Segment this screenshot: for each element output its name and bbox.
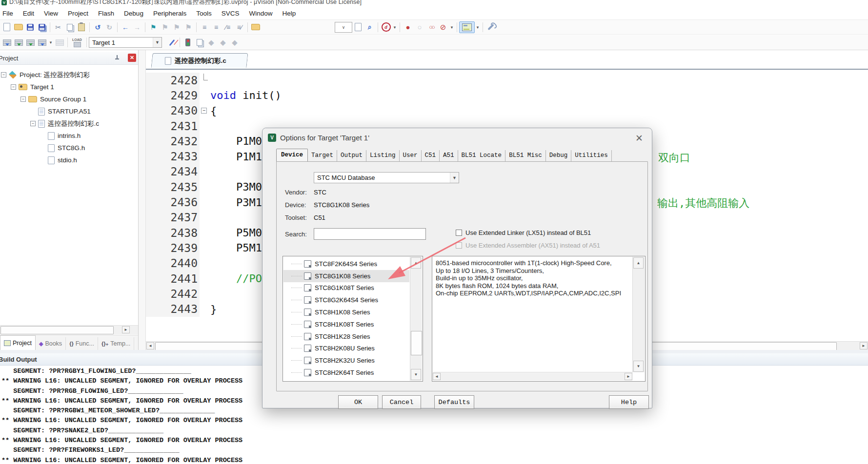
undo-icon[interactable]: ↺ bbox=[92, 22, 103, 33]
tab-bl51-locate[interactable]: BL51 Locate bbox=[458, 150, 506, 161]
menu-item-tools[interactable]: Tools bbox=[191, 8, 217, 19]
panel-tab-books[interactable]: ◆Books bbox=[36, 337, 66, 350]
incremental-find-icon[interactable]: ⌕ bbox=[364, 22, 376, 33]
tree-item[interactable]: −Target 1 bbox=[0, 81, 138, 93]
tab-output[interactable]: Output bbox=[337, 150, 366, 161]
enable-breakpoint-icon[interactable]: ○ bbox=[414, 22, 425, 33]
ok-button[interactable]: OK bbox=[338, 395, 378, 409]
batch-build-icon[interactable] bbox=[36, 37, 48, 48]
scroll-down-icon[interactable]: ▼ bbox=[411, 369, 421, 380]
scroll-down-icon[interactable]: ▼ bbox=[633, 361, 644, 372]
menu-item-svcs[interactable]: SVCS bbox=[217, 8, 244, 19]
tab-user[interactable]: User bbox=[400, 150, 422, 161]
find-in-document-icon[interactable] bbox=[352, 22, 364, 33]
tree-item[interactable]: −Source Group 1 bbox=[0, 93, 138, 105]
device-list-item[interactable]: STC8H2K64T Series bbox=[283, 367, 409, 379]
tab-target[interactable]: Target bbox=[308, 150, 337, 161]
menu-item-project[interactable]: Project bbox=[63, 8, 93, 19]
tab-listing[interactable]: Listing bbox=[366, 150, 400, 161]
search-input[interactable] bbox=[314, 228, 426, 240]
close-icon[interactable]: ✕ bbox=[633, 132, 645, 144]
output-line[interactable]: SEGMENT: ?PR?SNAKE2_LED?______________ bbox=[1, 426, 242, 436]
output-line[interactable]: SEGMENT: ?PR?RGBW1_METEOR_SHOWER_LED?___… bbox=[1, 406, 242, 416]
device-list-item[interactable]: STC8G2K64S4 Series bbox=[283, 294, 409, 306]
code-line-2429[interactable]: 2429void init() bbox=[146, 88, 868, 103]
find-text-dropdown[interactable]: ∨ bbox=[335, 22, 352, 33]
defaults-button[interactable]: Defaults bbox=[434, 395, 474, 409]
save-all-icon[interactable] bbox=[36, 22, 48, 33]
tab-c51[interactable]: C51 bbox=[422, 150, 440, 161]
tree-item[interactable]: −遥控器控制幻彩.c bbox=[0, 117, 138, 130]
device-list-item[interactable]: STC8F2K64S4 Series bbox=[283, 258, 409, 270]
tree-item[interactable]: STC8G.h bbox=[0, 142, 138, 154]
scroll-right-icon[interactable]: ► bbox=[860, 342, 868, 349]
output-line[interactable]: ** WARNING L16: UNCALLED SEGMENT, IGNORE… bbox=[1, 376, 242, 386]
output-line[interactable]: ** WARNING L16: UNCALLED SEGMENT, IGNORE… bbox=[1, 436, 242, 445]
tree-item[interactable]: STARTUP.A51 bbox=[0, 105, 138, 117]
scroll-right-icon[interactable]: ► bbox=[625, 373, 632, 380]
uncomment-selection-icon[interactable]: ≡∕ bbox=[234, 22, 245, 33]
panel-splitter[interactable] bbox=[139, 50, 146, 350]
scroll-left-icon[interactable]: ◄ bbox=[146, 342, 154, 349]
insert-breakpoint-icon[interactable]: ● bbox=[402, 22, 414, 33]
editor-tab[interactable]: 遥控器控制幻彩.c bbox=[151, 53, 248, 68]
quick-search-icon[interactable]: d bbox=[380, 22, 392, 33]
tree-item[interactable]: stdio.h bbox=[0, 154, 138, 166]
menu-item-file[interactable]: File bbox=[0, 8, 18, 19]
project-hscrollbar[interactable]: ► bbox=[0, 325, 138, 334]
tree-item[interactable]: −Project: 遥控器控制幻彩 bbox=[0, 69, 138, 81]
window-layout-icon[interactable] bbox=[459, 21, 475, 33]
new-file-icon[interactable] bbox=[1, 22, 13, 33]
menu-item-help[interactable]: Help bbox=[278, 8, 301, 19]
output-line[interactable]: ** WARNING L16: UNCALLED SEGMENT, IGNORE… bbox=[1, 416, 242, 425]
collapse-icon[interactable]: − bbox=[20, 97, 26, 102]
tab-a51[interactable]: A51 bbox=[440, 150, 458, 161]
menu-item-window[interactable]: Window bbox=[244, 8, 277, 19]
scroll-left-icon[interactable]: ◄ bbox=[433, 373, 441, 380]
target-select[interactable]: Target 1▼ bbox=[89, 37, 162, 48]
scrollbar-thumb[interactable] bbox=[411, 331, 422, 355]
unindent-icon[interactable]: ≡ bbox=[199, 22, 210, 33]
copy-icon[interactable] bbox=[64, 22, 76, 33]
output-line[interactable]: ** WARNING L16: UNCALLED SEGMENT, IGNORE… bbox=[1, 396, 242, 406]
menu-item-flash[interactable]: Flash bbox=[93, 8, 119, 19]
help-button[interactable]: Help bbox=[609, 395, 649, 409]
redo-icon[interactable]: ↻ bbox=[103, 22, 115, 33]
window-layout-dropdown-icon[interactable]: ▾ bbox=[475, 22, 481, 33]
next-bookmark-icon[interactable]: ⚑ bbox=[171, 22, 182, 33]
code-line-2430[interactable]: 2430−{ bbox=[146, 103, 868, 118]
manage-run-time-environment-icon[interactable] bbox=[182, 37, 194, 48]
close-panel-icon[interactable]: ✕ bbox=[128, 54, 136, 62]
device-list-vscrollbar[interactable]: ▲ ▼ bbox=[410, 257, 422, 381]
translate-file-icon[interactable] bbox=[1, 37, 13, 48]
tab-bl51-misc[interactable]: BL51 Misc bbox=[505, 150, 546, 161]
disable-all-breakpoints-icon[interactable]: ○○ bbox=[425, 22, 437, 33]
batch-build-dropdown-icon[interactable]: ▾ bbox=[48, 37, 54, 48]
paste-icon[interactable] bbox=[76, 22, 87, 33]
collapse-icon[interactable]: − bbox=[1, 72, 6, 77]
output-line[interactable]: SEGMENT: ?PR?RGBY1_FLOWING_LED?_________… bbox=[1, 367, 242, 376]
fold-collapse-icon[interactable]: − bbox=[201, 108, 207, 114]
tab-device[interactable]: Device bbox=[276, 149, 308, 162]
panel-tab-project[interactable]: Project bbox=[0, 335, 36, 350]
output-line[interactable]: SEGMENT: ?PR?RGB_FLOWING_LED?___________… bbox=[1, 387, 242, 396]
build-icon[interactable] bbox=[13, 37, 24, 48]
collapse-icon[interactable]: − bbox=[30, 121, 36, 126]
menu-item-view[interactable]: View bbox=[39, 8, 63, 19]
pin-icon[interactable] bbox=[115, 55, 120, 61]
device-list-item[interactable]: STC8H1K08T Series bbox=[283, 318, 409, 330]
description-vscrollbar[interactable]: ▲ ▼ bbox=[632, 257, 645, 372]
download-icon[interactable]: LOAD bbox=[70, 37, 84, 48]
toggle-bookmark-icon[interactable]: ⚑ bbox=[147, 22, 159, 33]
dialog-titlebar[interactable]: V Options for Target 'Target 1' ✕ bbox=[262, 128, 652, 148]
previous-bookmark-icon[interactable]: ⚑ bbox=[159, 22, 171, 33]
clear-bookmarks-icon[interactable]: ⚑ bbox=[182, 22, 194, 33]
find-in-files-icon[interactable] bbox=[250, 22, 262, 33]
cancel-button[interactable]: Cancel bbox=[382, 395, 421, 409]
navigate-back-icon[interactable]: ← bbox=[120, 22, 131, 33]
device-list-item[interactable]: STC8H2K32U Series bbox=[283, 354, 409, 367]
menu-item-edit[interactable]: Edit bbox=[18, 8, 39, 19]
description-hscrollbar[interactable]: ◄ ► bbox=[433, 372, 632, 381]
device-list-item[interactable]: STC8G1K08 Series bbox=[283, 270, 409, 282]
menu-item-peripherals[interactable]: Peripherals bbox=[148, 8, 191, 19]
